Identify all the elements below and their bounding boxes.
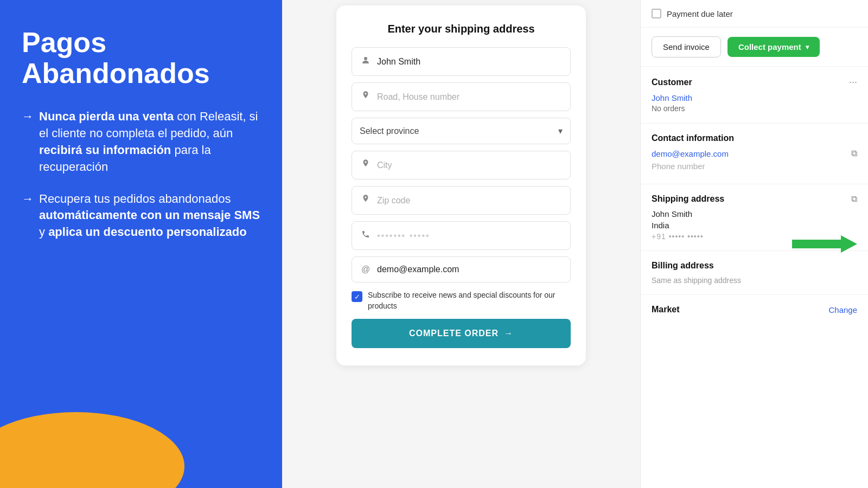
copy-email-icon[interactable]: ⧉ (851, 149, 857, 158)
name-field[interactable]: John Smith (352, 47, 571, 76)
name-value: John Smith (377, 57, 563, 67)
complete-order-arrow: → (504, 329, 513, 338)
bullet-2-text: Recupera tus pedidos abandonados automát… (39, 191, 260, 241)
email-icon: @ (360, 265, 372, 274)
customer-orders: No orders (652, 104, 685, 113)
address-placeholder: Road, House number (377, 92, 563, 102)
contact-section-title: Contact information (652, 133, 734, 143)
market-title: Market (652, 305, 680, 314)
bullet-1-arrow: → (22, 110, 34, 124)
copy-shipping-icon[interactable]: ⧉ (851, 194, 857, 204)
phone-icon (360, 229, 372, 242)
city-placeholder: City (377, 160, 563, 170)
subscribe-checkbox[interactable]: ✓ (352, 291, 362, 302)
email-field[interactable]: @ demo@example.com (352, 256, 571, 282)
location-icon-2 (360, 159, 372, 171)
shipping-name: John Smith (652, 209, 857, 219)
contact-phone: Phone number (652, 162, 705, 171)
email-value: demo@example.com (377, 265, 563, 274)
complete-order-label: COMPLETE ORDER (409, 329, 499, 338)
person-icon (360, 55, 372, 68)
billing-section: Billing address Same as shipping address (641, 251, 868, 295)
contact-phone-row: Phone number (652, 162, 857, 171)
market-section: Market Change (641, 295, 868, 324)
send-invoice-button[interactable]: Send invoice (652, 36, 721, 57)
shipping-country: India (652, 221, 857, 230)
customer-section-header: Customer ··· (652, 76, 857, 88)
address-field[interactable]: Road, House number (352, 82, 571, 111)
bullet-2-arrow: → (22, 192, 34, 206)
collect-dropdown-arrow: ▾ (806, 43, 809, 51)
subscribe-row[interactable]: ✓ Subscribe to receive news and special … (352, 290, 571, 311)
check-icon: ✓ (354, 293, 360, 301)
payment-due-label: Payment due later (667, 9, 733, 18)
form-title: Enter your shipping address (352, 23, 571, 35)
middle-panel: Enter your shipping address John Smith R… (282, 0, 640, 488)
phone-field[interactable]: ••••••• ••••• (352, 221, 571, 250)
payment-due-row: Payment due later (641, 0, 868, 28)
customer-more-button[interactable]: ··· (849, 76, 857, 88)
svg-point-0 (364, 57, 367, 60)
customer-link[interactable]: John Smith (652, 93, 857, 102)
main-title: Pagos Abandonados (22, 27, 260, 89)
bullet-1: → Nunca pierda una venta con Releasit, s… (22, 108, 260, 175)
phone-value: ••••••• ••••• (377, 231, 563, 241)
contact-section: Contact information demo@example.com ⧉ P… (641, 124, 868, 184)
zip-field[interactable]: Zip code (352, 186, 571, 215)
payment-due-checkbox[interactable] (652, 9, 661, 18)
contact-email: demo@example.com (652, 149, 729, 158)
bullet-1-strong: Nunca pierda una venta (39, 110, 174, 123)
bullet-1-text: Nunca pierda una venta con Releasit, si … (39, 108, 260, 175)
billing-section-header: Billing address (652, 261, 857, 271)
chevron-down-icon: ▾ (558, 126, 563, 136)
bullet-2: → Recupera tus pedidos abandonados autom… (22, 191, 260, 241)
complete-order-button[interactable]: COMPLETE ORDER → (352, 319, 571, 348)
customer-section: Customer ··· John Smith No orders (641, 67, 868, 124)
green-arrow (792, 233, 857, 255)
left-panel: Pagos Abandonados → Nunca pierda una ven… (0, 0, 282, 488)
city-field[interactable]: City (352, 151, 571, 179)
market-change-button[interactable]: Change (828, 305, 857, 314)
billing-same-label: Same as shipping address (652, 276, 857, 285)
contact-section-header: Contact information (652, 133, 857, 143)
shipping-section-title: Shipping address (652, 194, 724, 204)
green-arrow-overlay (792, 233, 857, 255)
contact-email-row: demo@example.com ⧉ (652, 149, 857, 158)
zip-placeholder: Zip code (377, 196, 563, 206)
billing-section-title: Billing address (652, 261, 714, 271)
province-value: Select province (360, 126, 553, 136)
form-card: Enter your shipping address John Smith R… (336, 5, 586, 365)
subscribe-label: Subscribe to receive news and special di… (368, 290, 571, 311)
shipping-section-header: Shipping address ⧉ (652, 194, 857, 204)
collect-payment-button[interactable]: Collect payment ▾ (727, 37, 820, 57)
province-select[interactable]: Select province ▾ (352, 118, 571, 144)
panels-wrapper: Enter your shipping address John Smith R… (282, 0, 868, 488)
customer-section-title: Customer (652, 78, 692, 87)
action-row: Send invoice Collect payment ▾ (641, 28, 868, 67)
location-icon-1 (360, 91, 372, 103)
location-icon-3 (360, 194, 372, 207)
collect-payment-label: Collect payment (738, 42, 801, 52)
